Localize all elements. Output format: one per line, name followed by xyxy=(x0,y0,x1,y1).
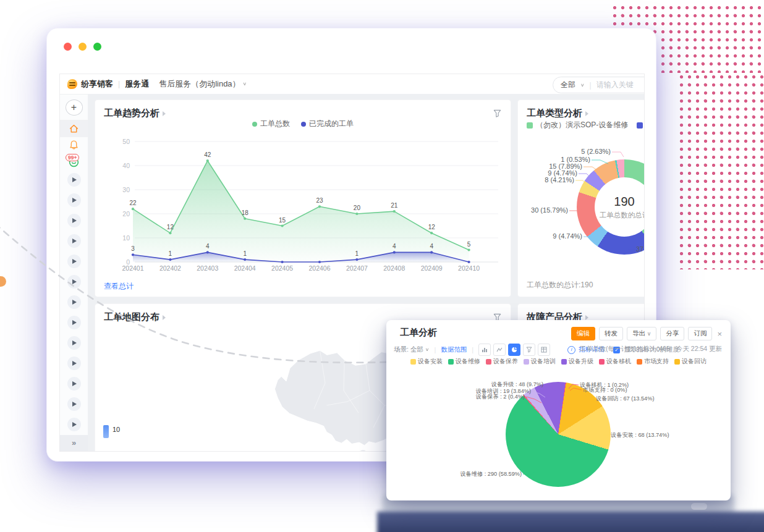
pie-legend-item-设备维修[interactable]: 设备维修 xyxy=(448,357,480,366)
search-input[interactable]: 请输入关键 xyxy=(596,80,634,90)
panel-title-text: 工单地图分布 xyxy=(104,311,159,323)
forward-button[interactable]: 转发 xyxy=(599,327,623,340)
type-legend-item-1[interactable]: （勿改）演示SOP-设备维修 xyxy=(527,120,628,130)
legend-label: 工单总数 xyxy=(260,119,290,129)
global-search[interactable]: 全部 ∨ | 请输入关键 xyxy=(553,77,645,93)
pie-legend-item-设备移机[interactable]: 设备移机 xyxy=(599,357,631,366)
svg-text:4: 4 xyxy=(430,243,433,250)
scene-filter-dropdown[interactable]: 场景: 全部 ∨ xyxy=(394,345,429,354)
sidebar: + 99+ » xyxy=(60,95,88,451)
svg-text:1: 1 xyxy=(169,250,172,257)
data-range-button[interactable]: 数据范围 xyxy=(441,345,467,354)
add-button[interactable]: + xyxy=(66,99,83,116)
close-icon[interactable]: × xyxy=(717,329,722,339)
visual-map-bar xyxy=(103,425,109,438)
decor-ghost-pill xyxy=(691,503,707,510)
sidebar-nav-item-4[interactable] xyxy=(67,234,81,248)
svg-text:202404: 202404 xyxy=(234,264,256,272)
sidebar-nav-item-8[interactable] xyxy=(67,316,81,329)
close-window-button[interactable] xyxy=(64,43,72,51)
sidebar-nav-item-1[interactable] xyxy=(67,173,81,187)
pie-chart[interactable] xyxy=(506,382,611,487)
trend-chart-legend: 工单总数已完成的工单 xyxy=(95,119,511,129)
sidebar-nav-item-9[interactable] xyxy=(67,336,81,350)
sidebar-nav-item-5[interactable] xyxy=(67,255,81,268)
type-legend-item-2[interactable]: （勿改 xyxy=(637,120,644,130)
legend-item-已完成的工单[interactable]: 已完成的工单 xyxy=(301,119,354,129)
filter-funnel-icon[interactable] xyxy=(493,109,502,118)
minimize-window-button[interactable] xyxy=(79,43,87,51)
svg-text:202406: 202406 xyxy=(308,264,330,272)
table-view-button[interactable] xyxy=(538,344,550,356)
pie-legend-item-设备安装[interactable]: 设备安装 xyxy=(410,357,443,366)
sidebar-nav-item-6[interactable] xyxy=(67,275,81,289)
view-total-link[interactable]: 查看总计 xyxy=(104,281,134,292)
workspace-dropdown[interactable]: 售后服务（勿动linda） ∨ xyxy=(159,78,247,90)
svg-text:设备培训 : 19 (3.84%): 设备培训 : 19 (3.84%) xyxy=(475,388,531,394)
search-scope-dropdown[interactable]: 全部 xyxy=(561,80,575,90)
legend-item-工单总数[interactable]: 工单总数 xyxy=(252,119,290,129)
export-label: 导出 xyxy=(632,329,645,337)
legend-label: 已完成的工单 xyxy=(309,119,354,129)
sidebar-nav-item-10[interactable] xyxy=(67,357,81,370)
info-icon: i xyxy=(567,346,575,354)
header-separator: | xyxy=(118,80,120,88)
work-order-analysis-window: 工单分析 编辑 转发 导出 ∨ 分享 订阅 × 场景: 全部 ∨ | 数据范围 … xyxy=(386,320,731,500)
decor-blur-band-dark xyxy=(377,512,764,532)
zoom-window-button[interactable] xyxy=(93,43,101,51)
product-name: 服务通 xyxy=(125,78,149,90)
sidebar-nav-item-3[interactable] xyxy=(67,214,81,227)
svg-text:设备移机 : 1 (0.2%): 设备移机 : 1 (0.2%) xyxy=(579,382,629,388)
svg-text:21: 21 xyxy=(391,202,398,209)
panel-title: 工单类型分析 xyxy=(527,108,588,119)
type-footer-total: 工单总数的总计:190 xyxy=(527,280,593,290)
subscribe-button[interactable]: 订阅 xyxy=(688,327,712,340)
svg-text:8 (4.21%): 8 (4.21%) xyxy=(545,176,574,184)
pie-legend-item-设备升级[interactable]: 设备升级 xyxy=(561,357,593,366)
legend-label: 设备培训 xyxy=(531,357,556,366)
sidebar-item-notifications[interactable] xyxy=(60,137,88,153)
sidebar-nav-item-11[interactable] xyxy=(67,377,81,391)
traffic-lights xyxy=(64,43,101,51)
pie-legend-item-设备培训[interactable]: 设备培训 xyxy=(524,357,556,366)
pie-chart-view-button[interactable] xyxy=(508,344,520,356)
svg-text:202401: 202401 xyxy=(122,264,143,272)
pie-legend-item-市场支持[interactable]: 市场支持 xyxy=(637,357,669,366)
svg-text:202402: 202402 xyxy=(159,264,181,272)
caret-right-icon xyxy=(163,315,166,320)
sidebar-nav-group xyxy=(67,170,81,435)
svg-text:3: 3 xyxy=(131,245,135,252)
overlay-actions: 编辑 转发 导出 ∨ 分享 订阅 × xyxy=(571,327,722,340)
edit-button[interactable]: 编辑 xyxy=(571,327,595,340)
caret-right-icon xyxy=(585,111,588,116)
toolbar-separator: | xyxy=(472,346,473,353)
legend-label: 设备移机 xyxy=(606,357,631,366)
sidebar-nav-item-13[interactable] xyxy=(67,418,81,431)
sidebar-item-home[interactable] xyxy=(60,120,88,137)
legend-swatch xyxy=(599,359,605,365)
sidebar-collapse-button[interactable]: » xyxy=(60,435,88,451)
pie-legend-item-设备回访[interactable]: 设备回访 xyxy=(674,357,707,366)
share-button[interactable]: 分享 xyxy=(660,327,684,340)
overlay-updated-text: 今天 22:54 更新 xyxy=(676,345,722,353)
svg-text:202407: 202407 xyxy=(346,264,368,272)
pie-legend-item-设备保养[interactable]: 设备保养 xyxy=(486,357,518,366)
svg-text:40: 40 xyxy=(122,162,130,169)
export-dropdown-button[interactable]: 导出 ∨ xyxy=(627,327,657,340)
legend-label: 设备升级 xyxy=(569,357,593,366)
svg-text:10: 10 xyxy=(122,234,130,242)
svg-text:9 (4.74%): 9 (4.74%) xyxy=(553,232,582,240)
caret-right-icon xyxy=(163,111,166,116)
sidebar-nav-item-12[interactable] xyxy=(67,397,81,411)
panel-work-order-type: 工单类型分析 （勿改）演示SOP-设备维修（勿改 190 工单总数的总计 5 (… xyxy=(518,100,644,297)
bar-chart-view-button[interactable] xyxy=(478,344,491,356)
line-chart-view-button[interactable] xyxy=(493,344,506,356)
sidebar-nav-item-2[interactable] xyxy=(67,193,81,207)
sidebar-nav-item-7[interactable] xyxy=(67,295,81,309)
pie-chart-legend: 设备安装设备维修设备保养设备培训设备升级设备移机市场支持设备回访 xyxy=(386,357,731,366)
svg-text:12: 12 xyxy=(428,224,436,230)
filter-view-button[interactable] xyxy=(523,344,535,356)
sidebar-item-messages[interactable]: 99+ xyxy=(60,153,88,170)
toolbar-separator: | xyxy=(434,346,436,353)
donut-total-value: 190 xyxy=(614,195,634,209)
